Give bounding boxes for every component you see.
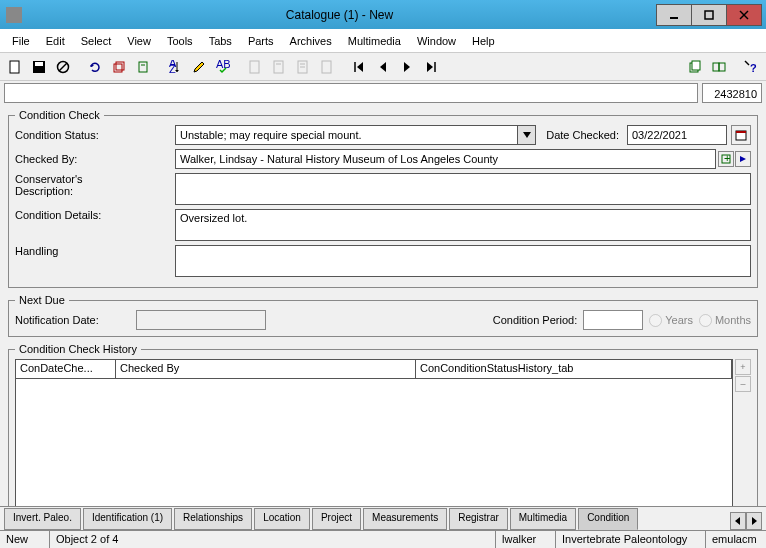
menu-parts[interactable]: Parts bbox=[240, 31, 282, 51]
menu-archives[interactable]: Archives bbox=[282, 31, 340, 51]
history-table[interactable]: ConDateChe... Checked By ConConditionSta… bbox=[15, 359, 733, 510]
tab-project[interactable]: Project bbox=[312, 508, 361, 530]
status-user: lwalker bbox=[496, 531, 556, 548]
menu-tabs[interactable]: Tabs bbox=[201, 31, 240, 51]
handling-input[interactable] bbox=[175, 245, 751, 277]
maximize-button[interactable] bbox=[691, 4, 727, 26]
history-col-checkedby[interactable]: Checked By bbox=[116, 360, 416, 378]
page-icon-2[interactable] bbox=[268, 56, 290, 78]
menu-select[interactable]: Select bbox=[73, 31, 120, 51]
help-icon[interactable]: ? bbox=[740, 56, 762, 78]
nav-first-icon[interactable] bbox=[348, 56, 370, 78]
history-body[interactable] bbox=[16, 379, 732, 509]
checked-by-input[interactable] bbox=[175, 149, 716, 169]
new-icon[interactable] bbox=[4, 56, 26, 78]
svg-text:ABC: ABC bbox=[216, 60, 230, 70]
related-icon[interactable] bbox=[708, 56, 730, 78]
tab-invert-paleo[interactable]: Invert. Paleo. bbox=[4, 508, 81, 530]
menu-help[interactable]: Help bbox=[464, 31, 503, 51]
svg-rect-4 bbox=[10, 61, 19, 73]
condition-check-group: Condition Check Condition Status: Date C… bbox=[8, 109, 758, 288]
svg-rect-23 bbox=[322, 61, 331, 73]
svg-rect-32 bbox=[736, 131, 746, 133]
ditto-icon[interactable] bbox=[108, 56, 130, 78]
checked-by-lookup-icon[interactable]: + bbox=[718, 151, 734, 167]
refresh-icon[interactable] bbox=[84, 56, 106, 78]
months-radio[interactable]: Months bbox=[699, 314, 751, 327]
notification-date-input[interactable] bbox=[136, 310, 266, 330]
calendar-icon[interactable] bbox=[731, 125, 751, 145]
nav-prev-icon[interactable] bbox=[372, 56, 394, 78]
tab-scroll-right-icon[interactable] bbox=[746, 512, 762, 530]
menu-view[interactable]: View bbox=[119, 31, 159, 51]
menu-file[interactable]: File bbox=[4, 31, 38, 51]
tab-location[interactable]: Location bbox=[254, 508, 310, 530]
tab-measurements[interactable]: Measurements bbox=[363, 508, 447, 530]
years-radio[interactable]: Years bbox=[649, 314, 693, 327]
menubar: File Edit Select View Tools Tabs Parts A… bbox=[0, 29, 766, 53]
statusbar: New Object 2 of 4 lwalker Invertebrate P… bbox=[0, 530, 766, 548]
save-icon[interactable] bbox=[28, 56, 50, 78]
condition-status-input[interactable] bbox=[175, 125, 518, 145]
nav-next-icon[interactable] bbox=[396, 56, 418, 78]
status-db: emulacm bbox=[706, 531, 766, 548]
attach-icon[interactable] bbox=[132, 56, 154, 78]
history-col-date[interactable]: ConDateChe... bbox=[16, 360, 116, 378]
svg-rect-6 bbox=[35, 62, 43, 66]
menu-edit[interactable]: Edit bbox=[38, 31, 73, 51]
svg-rect-9 bbox=[114, 64, 122, 72]
window-title: Catalogue (1) - New bbox=[22, 8, 657, 22]
page-icon-1[interactable] bbox=[244, 56, 266, 78]
toolbar: AZ ABC ? bbox=[0, 53, 766, 81]
nav-last-icon[interactable] bbox=[420, 56, 442, 78]
id-bar: 2432810 bbox=[0, 81, 766, 105]
search-input[interactable] bbox=[4, 83, 698, 103]
svg-text:?: ? bbox=[750, 62, 757, 74]
history-remove-icon[interactable]: – bbox=[735, 376, 751, 392]
svg-rect-1 bbox=[705, 11, 713, 19]
status-position: Object 2 of 4 bbox=[50, 531, 496, 548]
condition-status-dropdown-icon[interactable] bbox=[518, 125, 536, 145]
minimize-button[interactable] bbox=[656, 4, 692, 26]
condition-details-input[interactable]: Oversized lot. bbox=[175, 209, 751, 241]
app-icon bbox=[6, 7, 22, 23]
window-titlebar: Catalogue (1) - New bbox=[0, 0, 766, 29]
condition-status-label: Condition Status: bbox=[15, 129, 175, 141]
condition-period-input[interactable] bbox=[583, 310, 643, 330]
svg-rect-28 bbox=[713, 63, 719, 71]
tab-condition[interactable]: Condition bbox=[578, 508, 638, 530]
condition-details-label: Condition Details: bbox=[15, 209, 175, 221]
svg-text:+: + bbox=[724, 154, 730, 164]
close-button[interactable] bbox=[726, 4, 762, 26]
sort-icon[interactable]: AZ bbox=[164, 56, 186, 78]
history-add-icon[interactable]: + bbox=[735, 359, 751, 375]
page-icon-4[interactable] bbox=[316, 56, 338, 78]
conservator-input[interactable] bbox=[175, 173, 751, 205]
status-mode: New bbox=[0, 531, 50, 548]
conservator-label: Conservator's Description: bbox=[15, 173, 175, 197]
tab-strip: Invert. Paleo. Identification (1) Relati… bbox=[0, 506, 766, 530]
history-col-status[interactable]: ConConditionStatusHistory_tab bbox=[416, 360, 732, 378]
edit-icon[interactable] bbox=[188, 56, 210, 78]
menu-multimedia[interactable]: Multimedia bbox=[340, 31, 409, 51]
menu-tools[interactable]: Tools bbox=[159, 31, 201, 51]
tab-scroll-left-icon[interactable] bbox=[730, 512, 746, 530]
condition-check-legend: Condition Check bbox=[15, 109, 104, 121]
history-legend: Condition Check History bbox=[15, 343, 141, 355]
svg-rect-11 bbox=[139, 62, 147, 72]
page-icon-3[interactable] bbox=[292, 56, 314, 78]
checked-by-goto-icon[interactable] bbox=[735, 151, 751, 167]
tab-registrar[interactable]: Registrar bbox=[449, 508, 508, 530]
spellcheck-icon[interactable]: ABC bbox=[212, 56, 234, 78]
tab-identification[interactable]: Identification (1) bbox=[83, 508, 172, 530]
cancel-icon[interactable] bbox=[52, 56, 74, 78]
svg-rect-17 bbox=[250, 61, 259, 73]
copy-record-icon[interactable] bbox=[684, 56, 706, 78]
date-checked-label: Date Checked: bbox=[546, 129, 619, 141]
date-checked-input[interactable] bbox=[627, 125, 727, 145]
svg-line-8 bbox=[59, 63, 67, 71]
tab-relationships[interactable]: Relationships bbox=[174, 508, 252, 530]
svg-text:Z: Z bbox=[169, 63, 176, 74]
tab-multimedia[interactable]: Multimedia bbox=[510, 508, 576, 530]
menu-window[interactable]: Window bbox=[409, 31, 464, 51]
